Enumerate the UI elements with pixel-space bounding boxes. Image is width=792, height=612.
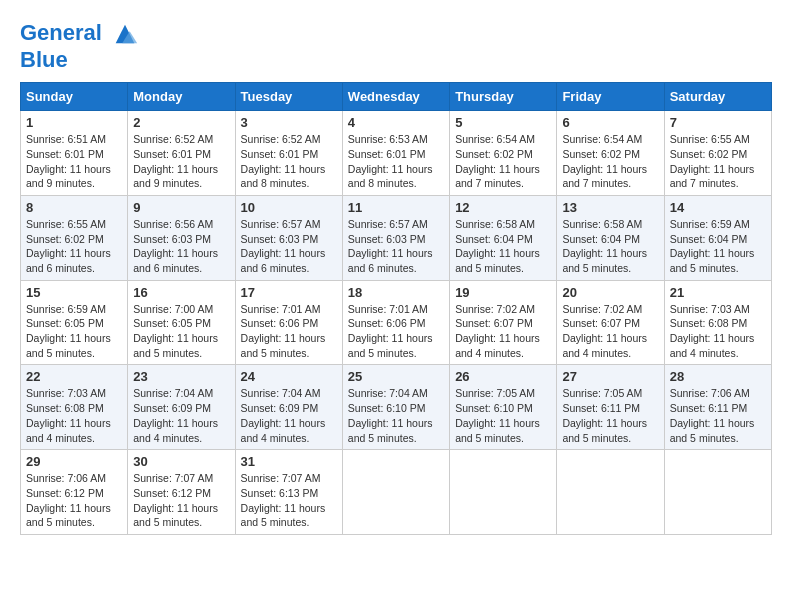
calendar-cell: [557, 450, 664, 535]
weekday-header-thursday: Thursday: [450, 83, 557, 111]
calendar-week-3: 15 Sunrise: 6:59 AM Sunset: 6:05 PM Dayl…: [21, 280, 772, 365]
day-number: 11: [348, 200, 444, 215]
weekday-header-tuesday: Tuesday: [235, 83, 342, 111]
day-info: Sunrise: 6:55 AM Sunset: 6:02 PM Dayligh…: [26, 217, 122, 276]
calendar-cell: 19 Sunrise: 7:02 AM Sunset: 6:07 PM Dayl…: [450, 280, 557, 365]
day-number: 10: [241, 200, 337, 215]
day-number: 18: [348, 285, 444, 300]
day-number: 5: [455, 115, 551, 130]
day-number: 12: [455, 200, 551, 215]
day-info: Sunrise: 7:04 AM Sunset: 6:09 PM Dayligh…: [241, 386, 337, 445]
day-info: Sunrise: 7:01 AM Sunset: 6:06 PM Dayligh…: [241, 302, 337, 361]
day-info: Sunrise: 7:01 AM Sunset: 6:06 PM Dayligh…: [348, 302, 444, 361]
calendar-cell: 8 Sunrise: 6:55 AM Sunset: 6:02 PM Dayli…: [21, 195, 128, 280]
calendar-cell: 17 Sunrise: 7:01 AM Sunset: 6:06 PM Dayl…: [235, 280, 342, 365]
day-info: Sunrise: 7:06 AM Sunset: 6:11 PM Dayligh…: [670, 386, 766, 445]
day-number: 20: [562, 285, 658, 300]
day-info: Sunrise: 6:56 AM Sunset: 6:03 PM Dayligh…: [133, 217, 229, 276]
day-info: Sunrise: 6:55 AM Sunset: 6:02 PM Dayligh…: [670, 132, 766, 191]
calendar-cell: 7 Sunrise: 6:55 AM Sunset: 6:02 PM Dayli…: [664, 111, 771, 196]
calendar-header-row: SundayMondayTuesdayWednesdayThursdayFrid…: [21, 83, 772, 111]
day-info: Sunrise: 6:59 AM Sunset: 6:05 PM Dayligh…: [26, 302, 122, 361]
calendar-cell: 22 Sunrise: 7:03 AM Sunset: 6:08 PM Dayl…: [21, 365, 128, 450]
calendar-cell: 4 Sunrise: 6:53 AM Sunset: 6:01 PM Dayli…: [342, 111, 449, 196]
calendar-cell: 3 Sunrise: 6:52 AM Sunset: 6:01 PM Dayli…: [235, 111, 342, 196]
day-number: 16: [133, 285, 229, 300]
day-number: 26: [455, 369, 551, 384]
calendar-cell: 31 Sunrise: 7:07 AM Sunset: 6:13 PM Dayl…: [235, 450, 342, 535]
calendar-cell: 13 Sunrise: 6:58 AM Sunset: 6:04 PM Dayl…: [557, 195, 664, 280]
day-info: Sunrise: 6:52 AM Sunset: 6:01 PM Dayligh…: [133, 132, 229, 191]
day-info: Sunrise: 7:05 AM Sunset: 6:10 PM Dayligh…: [455, 386, 551, 445]
day-number: 4: [348, 115, 444, 130]
day-number: 9: [133, 200, 229, 215]
day-info: Sunrise: 6:57 AM Sunset: 6:03 PM Dayligh…: [348, 217, 444, 276]
weekday-header-saturday: Saturday: [664, 83, 771, 111]
calendar-cell: [450, 450, 557, 535]
page-header: General Blue: [20, 20, 772, 72]
calendar-cell: 9 Sunrise: 6:56 AM Sunset: 6:03 PM Dayli…: [128, 195, 235, 280]
calendar-cell: 20 Sunrise: 7:02 AM Sunset: 6:07 PM Dayl…: [557, 280, 664, 365]
calendar-cell: 5 Sunrise: 6:54 AM Sunset: 6:02 PM Dayli…: [450, 111, 557, 196]
day-number: 7: [670, 115, 766, 130]
calendar-cell: 12 Sunrise: 6:58 AM Sunset: 6:04 PM Dayl…: [450, 195, 557, 280]
calendar-cell: 27 Sunrise: 7:05 AM Sunset: 6:11 PM Dayl…: [557, 365, 664, 450]
calendar-week-2: 8 Sunrise: 6:55 AM Sunset: 6:02 PM Dayli…: [21, 195, 772, 280]
calendar-cell: 11 Sunrise: 6:57 AM Sunset: 6:03 PM Dayl…: [342, 195, 449, 280]
day-number: 23: [133, 369, 229, 384]
day-number: 17: [241, 285, 337, 300]
day-info: Sunrise: 6:54 AM Sunset: 6:02 PM Dayligh…: [455, 132, 551, 191]
weekday-header-sunday: Sunday: [21, 83, 128, 111]
calendar-cell: 21 Sunrise: 7:03 AM Sunset: 6:08 PM Dayl…: [664, 280, 771, 365]
day-number: 29: [26, 454, 122, 469]
calendar-cell: 15 Sunrise: 6:59 AM Sunset: 6:05 PM Dayl…: [21, 280, 128, 365]
day-info: Sunrise: 7:04 AM Sunset: 6:09 PM Dayligh…: [133, 386, 229, 445]
calendar-cell: [342, 450, 449, 535]
day-info: Sunrise: 6:51 AM Sunset: 6:01 PM Dayligh…: [26, 132, 122, 191]
day-info: Sunrise: 7:06 AM Sunset: 6:12 PM Dayligh…: [26, 471, 122, 530]
day-number: 19: [455, 285, 551, 300]
day-number: 14: [670, 200, 766, 215]
logo-text: General: [20, 20, 139, 48]
day-info: Sunrise: 7:02 AM Sunset: 6:07 PM Dayligh…: [562, 302, 658, 361]
day-info: Sunrise: 6:58 AM Sunset: 6:04 PM Dayligh…: [562, 217, 658, 276]
calendar-cell: 25 Sunrise: 7:04 AM Sunset: 6:10 PM Dayl…: [342, 365, 449, 450]
calendar-cell: 1 Sunrise: 6:51 AM Sunset: 6:01 PM Dayli…: [21, 111, 128, 196]
calendar-cell: 28 Sunrise: 7:06 AM Sunset: 6:11 PM Dayl…: [664, 365, 771, 450]
calendar-cell: 10 Sunrise: 6:57 AM Sunset: 6:03 PM Dayl…: [235, 195, 342, 280]
day-number: 21: [670, 285, 766, 300]
day-number: 22: [26, 369, 122, 384]
day-info: Sunrise: 6:59 AM Sunset: 6:04 PM Dayligh…: [670, 217, 766, 276]
calendar-cell: 18 Sunrise: 7:01 AM Sunset: 6:06 PM Dayl…: [342, 280, 449, 365]
day-number: 15: [26, 285, 122, 300]
day-number: 28: [670, 369, 766, 384]
logo-icon: [111, 20, 139, 48]
calendar-cell: 2 Sunrise: 6:52 AM Sunset: 6:01 PM Dayli…: [128, 111, 235, 196]
day-info: Sunrise: 7:04 AM Sunset: 6:10 PM Dayligh…: [348, 386, 444, 445]
logo-line2: Blue: [20, 48, 139, 72]
day-number: 2: [133, 115, 229, 130]
weekday-header-wednesday: Wednesday: [342, 83, 449, 111]
day-info: Sunrise: 7:05 AM Sunset: 6:11 PM Dayligh…: [562, 386, 658, 445]
day-number: 3: [241, 115, 337, 130]
day-number: 27: [562, 369, 658, 384]
calendar-week-5: 29 Sunrise: 7:06 AM Sunset: 6:12 PM Dayl…: [21, 450, 772, 535]
calendar-cell: 14 Sunrise: 6:59 AM Sunset: 6:04 PM Dayl…: [664, 195, 771, 280]
day-info: Sunrise: 6:58 AM Sunset: 6:04 PM Dayligh…: [455, 217, 551, 276]
weekday-header-monday: Monday: [128, 83, 235, 111]
day-number: 30: [133, 454, 229, 469]
day-number: 25: [348, 369, 444, 384]
day-number: 13: [562, 200, 658, 215]
day-info: Sunrise: 6:54 AM Sunset: 6:02 PM Dayligh…: [562, 132, 658, 191]
calendar-table: SundayMondayTuesdayWednesdayThursdayFrid…: [20, 82, 772, 535]
day-info: Sunrise: 6:53 AM Sunset: 6:01 PM Dayligh…: [348, 132, 444, 191]
day-info: Sunrise: 6:57 AM Sunset: 6:03 PM Dayligh…: [241, 217, 337, 276]
calendar-week-1: 1 Sunrise: 6:51 AM Sunset: 6:01 PM Dayli…: [21, 111, 772, 196]
day-info: Sunrise: 7:02 AM Sunset: 6:07 PM Dayligh…: [455, 302, 551, 361]
calendar-cell: 6 Sunrise: 6:54 AM Sunset: 6:02 PM Dayli…: [557, 111, 664, 196]
day-info: Sunrise: 7:03 AM Sunset: 6:08 PM Dayligh…: [670, 302, 766, 361]
day-info: Sunrise: 7:07 AM Sunset: 6:12 PM Dayligh…: [133, 471, 229, 530]
calendar-cell: 24 Sunrise: 7:04 AM Sunset: 6:09 PM Dayl…: [235, 365, 342, 450]
calendar-cell: 29 Sunrise: 7:06 AM Sunset: 6:12 PM Dayl…: [21, 450, 128, 535]
calendar-body: 1 Sunrise: 6:51 AM Sunset: 6:01 PM Dayli…: [21, 111, 772, 535]
